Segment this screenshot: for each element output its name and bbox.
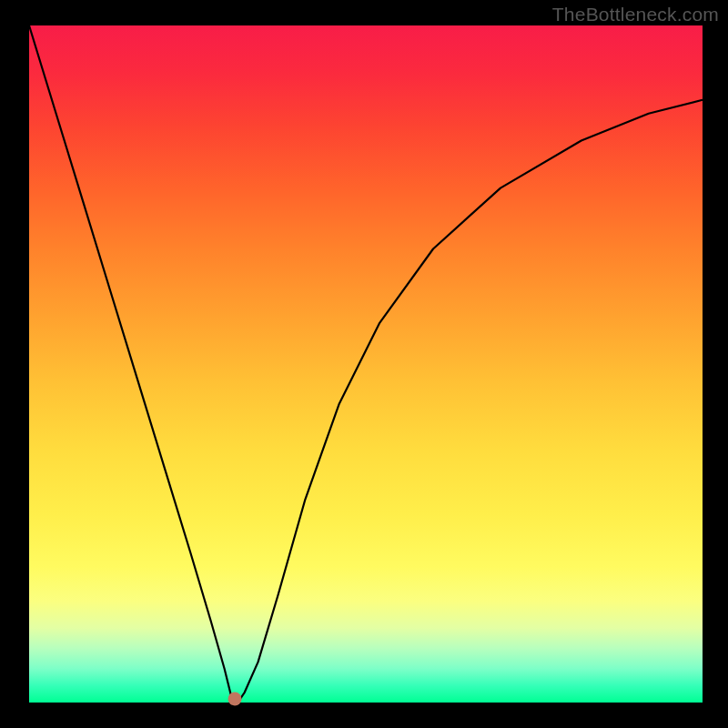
chart-plot-area bbox=[29, 25, 703, 703]
optimal-marker bbox=[228, 693, 241, 706]
watermark-text: TheBottleneck.com bbox=[552, 4, 719, 25]
bottleneck-curve bbox=[29, 25, 703, 703]
